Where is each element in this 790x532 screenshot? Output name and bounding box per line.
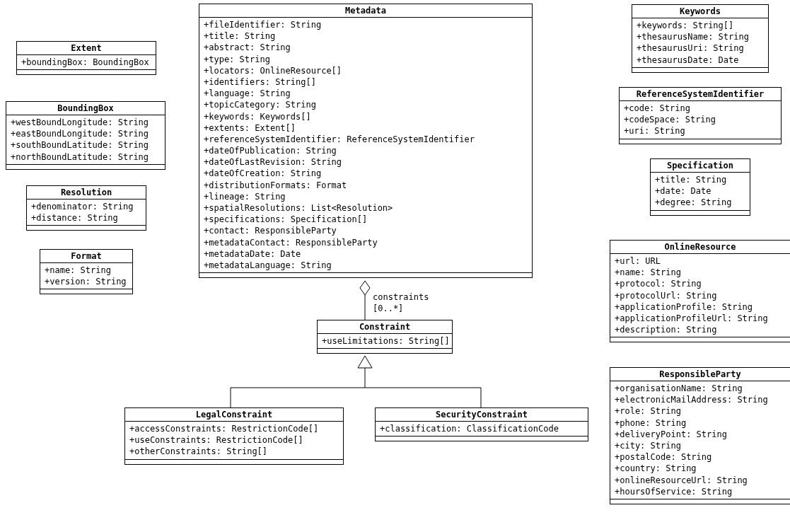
class-attr-line: +onlineResourceUrl: String — [615, 475, 786, 486]
class-attr-line: +protocol: String — [615, 278, 786, 289]
class-attr-line: +electronicMailAddress: String — [615, 394, 786, 405]
class-attr-line: +title: String — [204, 30, 528, 42]
class-attrs: +classification: ClassificationCode — [376, 422, 588, 436]
class-attrs: +boundingBox: BoundingBox — [17, 55, 156, 70]
class-attr-line: +topicCategory: String — [204, 99, 528, 110]
class-ops — [40, 289, 132, 294]
class-extent: Extent +boundingBox: BoundingBox — [16, 41, 156, 75]
class-title: Keywords — [632, 5, 768, 18]
class-attr-line: +language: String — [204, 88, 528, 99]
class-resolution: Resolution +denominator: String+distance… — [26, 185, 146, 231]
class-attr-line: +lineage: String — [204, 191, 528, 202]
class-title: OnlineResource — [610, 241, 790, 254]
class-ops — [651, 211, 750, 215]
aggregation-diamond-icon — [360, 281, 370, 295]
class-title: Extent — [17, 42, 156, 55]
class-attr-line: +protocolUrl: String — [615, 290, 786, 301]
class-attr-line: +abstract: String — [204, 42, 528, 53]
class-securityconstraint: SecurityConstraint +classification: Clas… — [375, 407, 588, 441]
class-attr-line: +dateOfCreation: String — [204, 168, 528, 179]
class-attr-line: +extents: Extent[] — [204, 122, 528, 134]
class-attrs: +fileIdentifier: String+title: String+ab… — [199, 18, 532, 273]
class-ops — [610, 499, 790, 504]
class-legalconstraint: LegalConstraint +accessConstraints: Rest… — [124, 407, 344, 465]
class-attr-line: +type: String — [204, 54, 528, 65]
class-title: Constraint — [318, 320, 452, 334]
class-title: ReferenceSystemIdentifier — [620, 88, 781, 101]
class-attr-line: +contact: ResponsibleParty — [204, 225, 528, 236]
class-attr-line: +name: String — [615, 267, 786, 278]
class-attr-line: +thesaurusUri: String — [637, 42, 764, 54]
class-attr-line: +accessConstraints: RestrictionCode[] — [129, 423, 339, 434]
class-attr-line: +fileIdentifier: String — [204, 19, 528, 30]
class-attr-line: +title: String — [655, 174, 745, 185]
class-attr-line: +otherConstraints: String[] — [129, 446, 339, 457]
class-ops — [632, 68, 768, 72]
class-attrs: +keywords: String[]+thesaurusName: Strin… — [632, 18, 768, 68]
class-attr-line: +thesaurusName: String — [637, 31, 764, 42]
class-title: BoundingBox — [6, 102, 165, 115]
class-attr-line: +classification: ClassificationCode — [380, 423, 583, 434]
class-boundingbox: BoundingBox +westBoundLongitude: String+… — [6, 101, 165, 170]
class-attr-line: +metadataLanguage: String — [204, 260, 528, 271]
class-attr-line: +useConstraints: RestrictionCode[] — [129, 434, 339, 446]
class-ops — [125, 460, 343, 464]
class-format: Format +name: String+version: String — [40, 249, 133, 294]
class-attr-line: +date: Date — [655, 185, 745, 197]
class-attr-line: +distributionFormats: Format — [204, 180, 528, 191]
assoc-multiplicity: [0..*] — [373, 303, 403, 313]
class-title: Specification — [651, 159, 750, 173]
class-title: SecurityConstraint — [376, 408, 588, 422]
class-attrs: +denominator: String+distance: String — [27, 200, 146, 226]
class-attr-line: +deliveryPoint: String — [615, 429, 786, 440]
class-attr-line: +westBoundLongitude: String — [11, 117, 161, 128]
class-attr-line: +applicationProfile: String — [615, 301, 786, 313]
class-attrs: +useLimitations: String[] — [318, 334, 452, 349]
class-attr-line: +version: String — [45, 276, 128, 287]
class-attrs: +name: String+version: String — [40, 263, 132, 289]
class-attr-line: +keywords: String[] — [637, 20, 764, 31]
class-attrs: +westBoundLongitude: String+eastBoundLon… — [6, 115, 165, 165]
class-onlineresource: OnlineResource +url: URL+name: String+pr… — [610, 240, 790, 342]
class-ops — [27, 226, 146, 230]
class-attr-line: +denominator: String — [31, 201, 141, 212]
class-attr-line: +specifications: Specification[] — [204, 214, 528, 225]
class-ops — [610, 337, 790, 342]
class-attr-line: +organisationName: String — [615, 383, 786, 394]
class-attr-line: +northBoundLatitude: String — [11, 151, 161, 163]
class-keywords: Keywords +keywords: String[]+thesaurusNa… — [632, 4, 769, 73]
class-attr-line: +useLimitations: String[] — [322, 335, 448, 347]
class-attr-line: +hoursOfService: String — [615, 486, 786, 497]
class-title: ResponsibleParty — [610, 368, 790, 381]
class-attr-line: +country: String — [615, 463, 786, 474]
class-ops — [376, 436, 588, 441]
class-attr-line: +url: URL — [615, 255, 786, 267]
class-title: Resolution — [27, 186, 146, 200]
class-attrs: +title: String+date: Date+degree: String — [651, 173, 750, 211]
class-metadata: Metadata +fileIdentifier: String+title: … — [199, 4, 533, 278]
class-attr-line: +spatialResolutions: List<Resolution> — [204, 202, 528, 214]
class-attr-line: +metadataDate: Date — [204, 248, 528, 260]
class-attr-line: +degree: String — [655, 197, 745, 208]
class-attr-line: +description: String — [615, 324, 786, 335]
class-attr-line: +dateOfPublication: String — [204, 145, 528, 156]
class-attr-line: +city: String — [615, 440, 786, 451]
class-title: LegalConstraint — [125, 408, 343, 422]
class-attrs: +accessConstraints: RestrictionCode[]+us… — [125, 422, 343, 460]
class-attr-line: +uri: String — [624, 125, 777, 137]
class-attr-line: +phone: String — [615, 417, 786, 429]
class-attr-line: +applicationProfileUrl: String — [615, 313, 786, 324]
class-attr-line: +code: String — [624, 103, 777, 114]
class-attr-line: +eastBoundLongitude: String — [11, 128, 161, 139]
class-attr-line: +locators: OnlineResource[] — [204, 65, 528, 76]
class-attr-line: +identifiers: String[] — [204, 76, 528, 88]
class-attr-line: +keywords: Keywords[] — [204, 111, 528, 122]
class-ops — [199, 273, 532, 277]
class-title: Format — [40, 250, 132, 263]
class-attrs: +code: String+codeSpace: String+uri: Str… — [620, 101, 781, 139]
class-responsibleparty: ResponsibleParty +organisationName: Stri… — [610, 367, 790, 504]
class-title: Metadata — [199, 4, 532, 18]
class-attr-line: +name: String — [45, 265, 128, 276]
class-attr-line: +thesaurusDate: Date — [637, 54, 764, 66]
class-attr-line: +metadataContact: ResponsibleParty — [204, 237, 528, 248]
